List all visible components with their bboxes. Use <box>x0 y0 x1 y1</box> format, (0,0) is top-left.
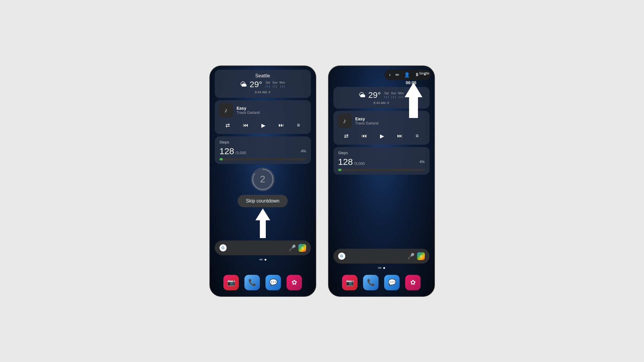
weather-sun-right: Sun <box>391 92 396 95</box>
countdown-number-left: 2 <box>260 174 265 185</box>
phone-app-right[interactable]: 📞 <box>363 275 379 290</box>
music-widget-left: ♪ Easy Travis Garland ⇄ ⏮ ▶ ⏭ ≡ <box>215 100 311 134</box>
album-art-right: ♪ <box>338 114 352 128</box>
weather-temp-left: 29° <box>250 80 262 89</box>
steps-label-left: Steps <box>220 140 306 144</box>
dot-inactive-right <box>378 267 381 269</box>
steps-count-right: 128 <box>338 157 353 167</box>
page-dots-left <box>215 258 311 262</box>
queue-button-right[interactable]: ≡ <box>414 132 420 140</box>
steps-bar-fill-right <box>338 169 342 171</box>
steps-bar-left <box>220 158 306 160</box>
weather-cloud-icon-left: 🌥 <box>240 81 247 88</box>
shuffle-button-right[interactable]: ⇄ <box>343 132 350 141</box>
steps-percent-right: 4% <box>419 160 424 164</box>
toolbar-user-icon[interactable]: 👤 <box>403 71 411 78</box>
camera-app-right[interactable]: 📷 <box>342 275 357 290</box>
weather-city-left: Seattle <box>220 73 306 79</box>
page-dots-right <box>333 266 430 270</box>
dot-active-left <box>265 259 266 261</box>
arrow-up-icon-left <box>254 208 272 238</box>
arrow-up-icon-right <box>402 82 425 118</box>
album-art-left: ♪ <box>219 103 233 117</box>
next-button-left[interactable]: ⏭ <box>277 121 285 130</box>
arrow-up-left <box>254 208 272 238</box>
arrow-right-phone <box>402 82 425 119</box>
queue-button-left[interactable]: ≡ <box>296 121 301 130</box>
steps-widget-right: Steps 128 /3,000 4% <box>333 147 430 175</box>
countdown-area-left: 2 <box>215 168 311 191</box>
music-title-left: Easy <box>237 106 307 111</box>
weather-sat-left: Sat <box>265 81 270 84</box>
shuffle-button-left[interactable]: ⇄ <box>224 121 231 130</box>
left-phone: Seattle 🌥 29° Sat ⫶⫶⫶ Sun ⫶⫶⫶ Mon ⫶⫶⫶ <box>209 66 316 297</box>
countdown-circle-left: 2 <box>251 168 275 191</box>
bixby-app-right[interactable]: ✿ <box>405 275 421 290</box>
weather-cloud-icon-right: 🌥 <box>359 91 365 99</box>
weather-mon-left: Mon <box>279 81 285 84</box>
weather-sun-left: Sun <box>272 81 278 84</box>
google-logo-left: G <box>220 244 227 251</box>
weather-sat-right: Sat <box>384 92 389 95</box>
music-artist-right: Travis Garland <box>355 121 425 125</box>
app-dock-right: 📷 📞 💬 ✿ <box>333 272 430 293</box>
search-bar-right[interactable]: G 🎤 ◎ <box>333 249 430 264</box>
steps-bar-right <box>338 169 425 171</box>
search-bar-left[interactable]: G 🎤 ◎ <box>215 240 311 255</box>
toolbar-edit-icon[interactable]: ✏ <box>394 71 400 78</box>
right-phone: › ✏ 👤 ⏸ ▪ Seattle 00:05 🌥 29° Sat ⫶⫶⫶ <box>328 66 435 297</box>
svg-marker-2 <box>405 82 422 118</box>
lens-icon-left[interactable]: ◎ <box>298 244 306 252</box>
weather-temp-right: 29° <box>368 90 381 100</box>
play-button-right[interactable]: ▶ <box>379 132 385 141</box>
app-dock-left: 📷 📞 💬 ✿ <box>215 272 311 293</box>
steps-count-left: 128 <box>220 146 234 156</box>
phone-app-left[interactable]: 📞 <box>244 275 260 290</box>
next-button-right[interactable]: ⏭ <box>396 132 404 140</box>
svg-marker-1 <box>255 208 270 238</box>
weather-widget-left: Seattle 🌥 29° Sat ⫶⫶⫶ Sun ⫶⫶⫶ Mon ⫶⫶⫶ <box>215 70 311 98</box>
mic-icon-left[interactable]: 🎤 <box>289 244 296 251</box>
toolbar-expand-icon[interactable]: › <box>388 71 392 78</box>
toolbar-city-right: Seattle <box>419 71 429 75</box>
messages-app-right[interactable]: 💬 <box>384 275 400 290</box>
music-artist-left: Travis Garland <box>237 111 307 115</box>
steps-goal-right: /3,000 <box>354 161 365 166</box>
lens-icon-right[interactable]: ◎ <box>417 252 425 260</box>
steps-percent-left: 4% <box>301 149 306 153</box>
weather-time-left: 8:44 AM ↺ <box>220 90 306 94</box>
steps-goal-left: /3,000 <box>236 151 246 155</box>
skip-section-left: Skip countdown <box>215 195 311 238</box>
skip-countdown-button[interactable]: Skip countdown <box>238 195 288 207</box>
camera-app-left[interactable]: 📷 <box>223 275 239 290</box>
steps-bar-fill-left <box>220 158 223 160</box>
right-spacer <box>333 177 430 246</box>
messages-app-left[interactable]: 💬 <box>265 275 281 290</box>
google-logo-right: G <box>338 253 345 260</box>
prev-button-left[interactable]: ⏮ <box>242 121 249 130</box>
steps-widget-left: Steps 128 /3,000 4% <box>215 136 311 164</box>
mic-icon-right[interactable]: 🎤 <box>407 253 415 260</box>
play-button-left[interactable]: ▶ <box>260 121 267 130</box>
dot-inactive-left <box>259 259 263 260</box>
prev-button-right[interactable]: ⏮ <box>360 132 368 140</box>
dot-active-right <box>383 267 385 269</box>
steps-label-right: Steps <box>338 151 425 155</box>
bixby-app-left[interactable]: ✿ <box>287 275 302 290</box>
